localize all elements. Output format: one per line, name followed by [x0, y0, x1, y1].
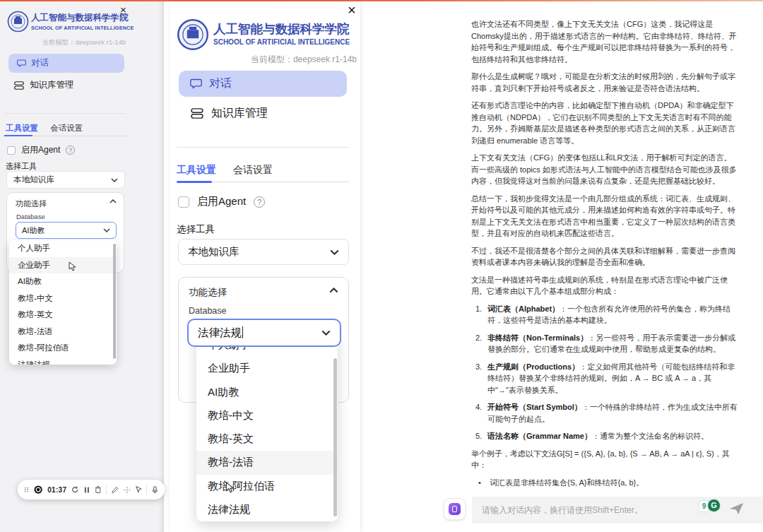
current-model-label: 当前模型：deepseek r1-14b: [0, 38, 126, 47]
school-title: 人工智能与数据科学学院: [213, 20, 350, 37]
database-label: Database: [16, 213, 45, 220]
chevron-up-icon[interactable]: [110, 199, 117, 203]
tab-session-settings[interactable]: 会话设置: [233, 164, 273, 175]
record-button-icon[interactable]: [34, 485, 42, 495]
database-select-value: 法律法规: [198, 326, 243, 341]
dropdown-scrollbar[interactable]: [113, 244, 116, 359]
database-label: Database: [189, 306, 227, 316]
trash-icon[interactable]: [95, 485, 102, 494]
doc-list-item: 4. 开始符号（Start Symbol）：一个特殊的非终结符，作为生成文法中所…: [471, 401, 738, 425]
extension-pin-icon[interactable]: 9: [699, 501, 709, 512]
dropdown-scrollbar[interactable]: [333, 358, 337, 516]
dropdown-option-label: 教培-法语: [208, 456, 254, 469]
database-select[interactable]: AI助教: [16, 222, 117, 239]
list-item-term: 开始符号（Start Symbol）: [487, 403, 582, 411]
doc-bullet-item: • 词汇表是非终结符集合{S, A}和终结符{a, b}。: [471, 477, 738, 488]
dropdown-option-label: 企业助手: [208, 362, 250, 375]
school-logo: [7, 11, 29, 35]
dropdown-option-label: 企业助手: [18, 260, 50, 271]
dropdown-option-label: 法律法规: [18, 360, 50, 365]
assistant-app-button[interactable]: [444, 498, 466, 520]
send-icon[interactable]: [729, 502, 745, 515]
dropdown-option[interactable]: 教培-英文: [9, 307, 117, 324]
tool-select-value: 本地知识库: [188, 245, 239, 259]
nav-item-chat[interactable]: 对话: [179, 71, 347, 97]
tab-tool-settings[interactable]: 工具设置: [177, 164, 216, 175]
enable-agent-label: 启用Agent: [197, 195, 246, 208]
screenshot-root: × 人工智能与数据科学学院 SCHOOL OF ARTIFICIAL INTEL…: [0, 0, 763, 532]
database-select[interactable]: 法律法规: [187, 319, 341, 347]
drag-handle-icon[interactable]: [24, 486, 29, 493]
enable-agent-checkbox[interactable]: [178, 196, 189, 208]
nav-kb-label: 知识库管理: [211, 106, 268, 121]
dropdown-option[interactable]: 教培-阿拉伯语: [9, 340, 117, 357]
list-item-term: 非终结符（Non-Terminals）: [487, 333, 588, 342]
database-dropdown-list: 个人助手 企业助手 AI助教 教培-中文 教培-英文: [196, 333, 338, 521]
nav-chat-label: 对话: [209, 76, 232, 91]
dropdown-option[interactable]: 企业助手: [9, 257, 117, 274]
select-tool-label: 选择工具: [177, 223, 215, 236]
dropdown-option-label: 教培-中文: [208, 409, 254, 422]
blur-region-icon[interactable]: [124, 486, 131, 494]
sidebar-panel-large: × 人工智能与数据科学学院 SCHOOL OF ARTIFICIAL INTEL…: [170, 1, 360, 532]
help-icon[interactable]: ?: [66, 146, 75, 155]
pointer-icon[interactable]: [136, 485, 142, 494]
chevron-down-icon: [321, 330, 331, 336]
toolbar-divider: [146, 485, 147, 495]
tool-select[interactable]: 本地知识库: [6, 171, 125, 189]
restart-icon[interactable]: [71, 485, 78, 494]
toolbar-divider: [106, 485, 107, 495]
microphone-icon[interactable]: [152, 485, 158, 495]
doc-example-intro: 举个例子，考虑以下文法G[S] = ({S, A}, {a, b}, {S → …: [471, 448, 738, 471]
doc-paragraphs: 也许文法还有不同类型，像上下文无关文法（CFG）这类，我记得这是Chomsky提…: [471, 18, 738, 297]
tab-tool-settings[interactable]: 工具设置: [6, 124, 38, 132]
dropdown-option-label: 法律法规: [208, 503, 250, 516]
text-caret: [242, 326, 243, 338]
nav-item-knowledge-base[interactable]: 知识库管理: [14, 79, 74, 91]
dropdown-option[interactable]: 教培-法语: [196, 451, 338, 474]
dropdown-option[interactable]: 法律法规: [196, 498, 338, 521]
list-item-text: ：通常为整个文法命名的标识符。: [592, 432, 709, 440]
chevron-up-icon[interactable]: [329, 288, 338, 293]
chat-input[interactable]: [472, 497, 763, 524]
nav-item-knowledge-base[interactable]: 知识库管理: [191, 106, 268, 121]
dropdown-option[interactable]: AI助教: [9, 273, 117, 290]
dropdown-option-label: 教培-阿拉伯语: [208, 480, 275, 493]
doc-paragraph: 总结一下，我初步觉得文法是一个由几部分组成的系统：词汇表、生成规则、开始符号以及…: [471, 193, 738, 240]
tool-select[interactable]: 本地知识库: [178, 239, 349, 265]
doc-paragraph: 文法是一种描述符号串生成规则的系统，特别是在形式语言理论中被广泛使用。它通常由以…: [471, 274, 738, 297]
help-icon[interactable]: ?: [254, 196, 265, 208]
extension-g-icon[interactable]: G: [708, 500, 720, 512]
pause-icon[interactable]: [84, 486, 90, 494]
tab-session-settings[interactable]: 会话设置: [50, 124, 83, 132]
select-tool-label: 选择工具: [6, 161, 37, 172]
bullet-dot: •: [478, 477, 490, 488]
dropdown-option[interactable]: AI助教: [196, 381, 338, 404]
enable-agent-checkbox[interactable]: [7, 146, 16, 155]
list-item-term: 生产规则（Productions）: [487, 362, 579, 371]
layers-icon: [14, 81, 24, 90]
dropdown-option[interactable]: 教培-英文: [196, 427, 338, 451]
list-item-term: 语法名称（Grammar Name）: [487, 432, 592, 440]
dropdown-option-label: 个人助手: [18, 243, 50, 254]
list-item-number: 3.: [475, 361, 487, 396]
current-model-label: 当前模型：deepseek r1-14b: [212, 54, 357, 66]
school-title: 人工智能与数据科学学院: [31, 12, 129, 24]
chevron-down-icon: [111, 178, 118, 182]
doc-list-item: 1. 词汇表（Alphabet）：一个包含所有允许使用的符号的集合，称为终结符，…: [471, 303, 738, 326]
dropdown-option[interactable]: 教培-法语: [9, 324, 117, 341]
dropdown-option[interactable]: 教培-中文: [196, 404, 338, 427]
dropdown-option[interactable]: 企业助手: [196, 357, 338, 380]
nav-chat-label: 对话: [31, 57, 49, 69]
database-dropdown-list: 个人助手 企业助手 AI助教 教培-中文 教培-英文: [9, 240, 117, 365]
close-icon[interactable]: ×: [348, 3, 356, 17]
nav-item-chat[interactable]: 对话: [8, 54, 124, 73]
dropdown-option[interactable]: 个人助手: [9, 240, 117, 257]
dropdown-option-label: AI助教: [18, 276, 42, 287]
chevron-down-icon: [103, 228, 110, 232]
pencil-icon[interactable]: [112, 486, 119, 494]
dropdown-option[interactable]: 教培-阿拉伯语: [196, 475, 338, 498]
doc-list-item: 3. 生产规则（Productions）：定义如何用其他符号（可能包括终结符和非…: [471, 361, 738, 396]
dropdown-option[interactable]: 教培-中文: [9, 290, 117, 307]
dropdown-option[interactable]: 法律法规: [9, 357, 117, 365]
